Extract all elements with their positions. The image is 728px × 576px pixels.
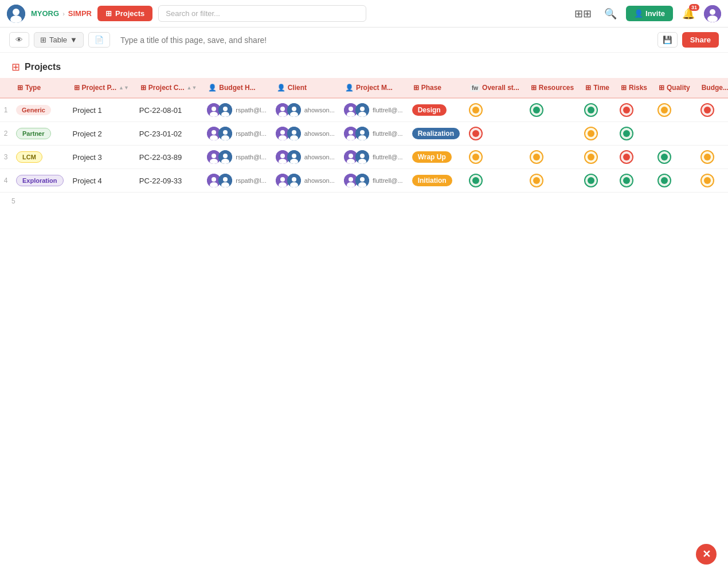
phase-badge: Design: [412, 104, 447, 116]
col-resources[interactable]: ⊞ Resources: [525, 78, 580, 98]
svg-point-43: [212, 154, 216, 158]
col-pm-icon: 👤: [345, 84, 354, 92]
col-quality[interactable]: ⊞ Quality: [653, 78, 696, 98]
cell-avatars: ahowson...: [276, 174, 335, 187]
type-cell: LCM: [11, 146, 68, 169]
project-name-cell[interactable]: Project 2: [68, 122, 135, 146]
svg-point-16: [292, 107, 296, 111]
budget-holder-cell: rspath@l...: [202, 98, 271, 122]
project-name-cell[interactable]: Project 1: [68, 98, 135, 122]
share-button[interactable]: Share: [682, 32, 719, 48]
col-risks-icon: ⊞: [621, 84, 627, 92]
type-cell: Partner: [11, 122, 68, 146]
table-view-button[interactable]: ⊞ Table ▼: [34, 32, 84, 48]
col-budget[interactable]: Budge...: [696, 78, 728, 98]
project-name-cell[interactable]: Project 4: [68, 169, 135, 193]
svg-point-19: [349, 107, 353, 111]
pm-cell: fluttrell@...: [339, 122, 408, 146]
org-name[interactable]: MYORG: [31, 9, 59, 18]
user-avatar[interactable]: [704, 5, 721, 22]
avatar-2: [218, 103, 232, 117]
search-button[interactable]: 🔍: [601, 5, 620, 22]
projects-label: Projects: [115, 9, 144, 18]
type-badge: LCM: [16, 151, 42, 163]
invite-icon: 👤: [634, 9, 643, 18]
table-row[interactable]: 3 LCM Project 3 PC-22-03-89 rspath@l... …: [0, 146, 728, 169]
grid-view-button[interactable]: ⊞⊞: [571, 5, 595, 22]
projects-button[interactable]: ⊞ Projects: [97, 6, 152, 21]
col-phase[interactable]: ⊞ Phase: [408, 78, 464, 98]
project-name[interactable]: SIMPR: [68, 9, 92, 18]
project-code-cell[interactable]: PC-23-01-02: [135, 122, 203, 146]
cell-avatars: rspath@l...: [207, 174, 266, 187]
project-code-cell[interactable]: PC-22-09-33: [135, 169, 203, 193]
projects-icon: ⊞: [105, 9, 112, 18]
type-badge: Partner: [16, 128, 51, 139]
col-time[interactable]: ⊞ Time: [580, 78, 615, 98]
col-overall-icon: fw: [470, 84, 480, 92]
email-label: ahowson...: [304, 130, 335, 137]
col-quality-icon: ⊞: [659, 84, 664, 92]
avatar-2: [287, 174, 301, 187]
col-project-code[interactable]: ⊞ Project C... ▲▼: [135, 78, 203, 98]
budget-holder-cell: rspath@l...: [202, 169, 271, 193]
notifications-button[interactable]: 🔔 31: [679, 5, 698, 22]
phase-badge: Initiation: [412, 175, 452, 186]
project-code-cell[interactable]: PC-22-08-01: [135, 98, 203, 122]
table-dropdown-icon: ▼: [70, 36, 77, 44]
pm-cell: fluttrell@...: [339, 169, 408, 193]
page-title: Projects: [25, 62, 61, 72]
svg-point-37: [349, 130, 353, 135]
project-name-cell[interactable]: Project 3: [68, 146, 135, 169]
search-bar[interactable]: Search or filter...: [158, 5, 366, 22]
col-type[interactable]: ⊞ Type: [11, 78, 68, 98]
type-cell: Generic: [11, 98, 68, 122]
col-risks-label: Risks: [629, 84, 647, 92]
svg-point-40: [360, 130, 365, 135]
type-cell: Exploration: [11, 169, 68, 193]
col-overall-status[interactable]: fw Overall st...: [464, 78, 525, 98]
col-project-manager[interactable]: 👤 Project M...: [339, 78, 408, 98]
cell-avatars: ahowson...: [276, 103, 335, 117]
phase-cell: Initiation: [408, 169, 464, 193]
status-cell: [615, 146, 653, 169]
col-resources-label: Resources: [539, 84, 574, 92]
table-container: ⊞ Type ⊞ Project P... ▲▼ ⊞ Project C...: [0, 78, 728, 210]
table-row[interactable]: 1 Generic Project 1 PC-22-08-01 rspath@l…: [0, 98, 728, 122]
table-row[interactable]: 4 Exploration Project 4 PC-22-09-33 rspa…: [0, 169, 728, 193]
col-risks[interactable]: ⊞ Risks: [615, 78, 653, 98]
cell-avatars: rspath@l...: [207, 150, 266, 164]
status-cell: [615, 98, 653, 122]
col-budget2-label: Budge...: [702, 84, 728, 92]
col-client[interactable]: 👤 Client: [271, 78, 339, 98]
phase-badge: Wrap Up: [412, 151, 452, 163]
svg-point-46: [223, 154, 228, 158]
table-row[interactable]: 2 Partner Project 2 PC-23-01-02 rspath@l…: [0, 122, 728, 146]
org-nav: MYORG › SIMPR: [31, 9, 92, 18]
cell-avatars: fluttrell@...: [344, 103, 403, 117]
avatar-2: [218, 150, 232, 164]
project-code-cell[interactable]: PC-22-03-89: [135, 146, 203, 169]
phase-cell: Design: [408, 98, 464, 122]
cell-avatars: ahowson...: [276, 150, 335, 164]
page-title-input[interactable]: [115, 33, 653, 48]
col-project-name[interactable]: ⊞ Project P... ▲▼: [68, 78, 135, 98]
svg-point-4: [710, 9, 715, 15]
avatar-2: [287, 150, 301, 164]
col-budget-holder[interactable]: 👤 Budget H...: [202, 78, 271, 98]
preview-button[interactable]: 👁: [9, 32, 29, 48]
status-cell: [464, 122, 525, 146]
client-cell: ahowson...: [271, 169, 339, 193]
status-cell: [696, 169, 728, 193]
add-row[interactable]: 5: [0, 193, 728, 210]
template-button[interactable]: 📄: [88, 32, 110, 48]
save-button[interactable]: 💾: [657, 32, 678, 48]
status-cell: [696, 122, 728, 146]
email-label: fluttrell@...: [373, 154, 403, 160]
email-label: rspath@l...: [236, 154, 266, 160]
status-cell: [615, 169, 653, 193]
invite-button[interactable]: 👤 Invite: [626, 6, 673, 21]
budget-holder-cell: rspath@l...: [202, 146, 271, 169]
col-pm-label: Project M...: [356, 84, 393, 92]
status-cell: [525, 146, 580, 169]
